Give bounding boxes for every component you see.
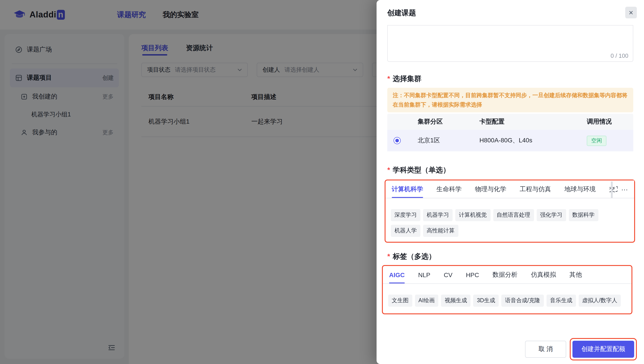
cluster-radio-selected[interactable] (394, 137, 401, 144)
chip-robotics[interactable]: 机器人学 (391, 225, 420, 237)
subject-chip-list: 深度学习 机器学习 计算机视觉 自然语言处理 强化学习 数据科学 机器人学 高性… (386, 198, 634, 237)
tag-tab-aigc[interactable]: AIGC (389, 266, 405, 283)
subject-tab-engineering-simulation[interactable]: 工程与仿真 (520, 180, 551, 198)
cell-partition: 北京1区 (412, 136, 480, 145)
column-header-card-config: 卡型配置 (480, 118, 587, 126)
chip-music-generation[interactable]: 音乐生成 (546, 295, 576, 307)
drawer-title: 创建课题 (387, 9, 416, 18)
screen: Aladdin 课题研究 我的实验室 课题广场 课题项目 创建 我创建的 (0, 0, 644, 364)
chip-deep-learning[interactable]: 深度学习 (391, 209, 420, 221)
chip-computer-vision[interactable]: 计算机视觉 (455, 209, 490, 221)
cluster-row-beijing1[interactable]: 北京1区 H800A-80G、L40s 空闲 (387, 130, 633, 151)
subject-tab-computer-science[interactable]: 计算机科学 (392, 180, 423, 198)
description-textarea[interactable]: 0 / 100 (387, 25, 633, 62)
char-counter: 0 / 100 (610, 52, 628, 59)
chip-ai-painting[interactable]: AI绘画 (415, 295, 438, 307)
tags-tabs: AIGC NLP CV HPC 数据分析 仿真模拟 其他 (383, 266, 632, 284)
tab-scrollbar-thumb[interactable] (611, 181, 613, 198)
close-icon[interactable]: ✕ (625, 7, 637, 18)
chip-video-generation[interactable]: 视频生成 (441, 295, 471, 307)
tag-tab-other[interactable]: 其他 (570, 266, 582, 283)
subject-tab-life-science[interactable]: 生命科学 (436, 180, 462, 198)
subject-section-heading: *学科类型（单选） (387, 166, 450, 175)
chip-data-science[interactable]: 数据科学 (569, 209, 598, 221)
required-asterisk: * (387, 75, 390, 82)
annotation-box-subject: 计算机科学 生命科学 物理与化学 工程与仿真 地球与环境 交叉学科 ··· 深度… (384, 179, 635, 243)
chip-voice-synthesis[interactable]: 语音合成/克隆 (502, 295, 544, 307)
cluster-table-header: 集群分区 卡型配置 调用情况 (387, 114, 633, 130)
cell-card-config: H800A-80G、L40s (480, 136, 587, 145)
chip-machine-learning[interactable]: 机器学习 (423, 209, 452, 221)
chip-hpc[interactable]: 高性能计算 (423, 225, 458, 237)
radio-dot (395, 139, 399, 142)
chip-text-to-image[interactable]: 文生图 (388, 295, 412, 307)
subject-tab-earth-environment[interactable]: 地球与环境 (564, 180, 596, 198)
tag-tab-hpc[interactable]: HPC (466, 266, 479, 283)
create-and-configure-quota-button[interactable]: 创建并配置配额 (572, 341, 634, 358)
tag-tab-cv[interactable]: CV (444, 266, 452, 283)
chip-nlp[interactable]: 自然语言处理 (493, 209, 534, 221)
required-asterisk: * (387, 253, 390, 260)
subject-tab-physics-chemistry[interactable]: 物理与化学 (475, 180, 506, 198)
status-badge-idle: 空闲 (587, 135, 606, 146)
subject-tabs: 计算机科学 生命科学 物理与化学 工程与仿真 地球与环境 交叉学科 ··· (386, 180, 634, 198)
tag-chip-list: 文生图 AI绘画 视频生成 3D生成 语音合成/克隆 音乐生成 虚拟人/数字人 (383, 284, 632, 307)
cluster-section-heading: *选择集群 (387, 74, 421, 84)
chip-3d-generation[interactable]: 3D生成 (474, 295, 499, 307)
create-topic-drawer: 创建课题 ✕ 0 / 100 *选择集群 注：不同集群卡型配置不同，目前跨集群暂… (376, 0, 644, 364)
required-asterisk: * (387, 166, 390, 174)
annotation-box-tags: AIGC NLP CV HPC 数据分析 仿真模拟 其他 文生图 AI绘画 视频… (382, 265, 632, 314)
tag-tab-nlp[interactable]: NLP (418, 266, 430, 283)
chip-virtual-human[interactable]: 虚拟人/数字人 (579, 295, 621, 307)
drawer-footer: 取 消 创建并配置配额 (525, 338, 637, 360)
tag-tab-simulation[interactable]: 仿真模拟 (531, 266, 556, 283)
annotation-box-submit: 创建并配置配额 (570, 338, 637, 360)
cluster-table: 集群分区 卡型配置 调用情况 北京1区 H800A-80G、L40s 空闲 (387, 114, 633, 151)
cluster-warning-note: 注：不同集群卡型配置不同，目前跨集群暂不支持同步，一旦创建后续存储和数据集等内容… (387, 88, 633, 113)
tags-section-heading: *标签（多选） (387, 252, 436, 261)
tag-tab-data-analysis[interactable]: 数据分析 (492, 266, 518, 283)
chip-reinforcement-learning[interactable]: 强化学习 (536, 209, 566, 221)
cancel-button[interactable]: 取 消 (525, 341, 566, 358)
column-header-partition: 集群分区 (412, 118, 480, 126)
more-tabs-ellipsis[interactable]: ··· (618, 180, 634, 198)
column-header-usage: 调用情况 (587, 118, 633, 126)
